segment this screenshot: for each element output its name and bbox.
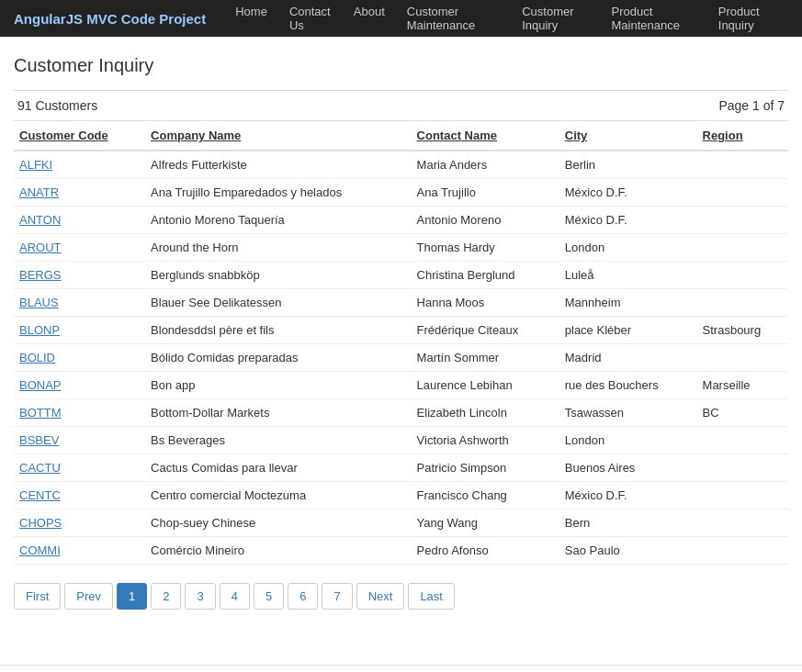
customer-code-link[interactable]: BSBEV	[19, 433, 59, 447]
pagination-prev[interactable]: Prev	[64, 583, 113, 610]
nav-link-about[interactable]: About	[343, 0, 396, 28]
customer-code-link[interactable]: CENTC	[19, 488, 61, 502]
customer-code-cell: ANATR	[14, 179, 145, 207]
pagination-next[interactable]: Next	[356, 583, 405, 610]
company-name-cell: Bs Beverages	[145, 427, 412, 454]
pagination: FirstPrev1234567NextLast	[14, 583, 788, 610]
col-header-company-name[interactable]: Company Name	[145, 121, 412, 151]
table-row: AROUTAround the HornThomas HardyLondon	[14, 234, 788, 262]
company-name-cell: Ana Trujillo Emparedados y helados	[145, 179, 412, 207]
customer-code-link[interactable]: CHOPS	[19, 516, 62, 530]
col-sort-contact-name[interactable]: Contact Name	[417, 129, 497, 142]
table-row: BLONPBlondesddsl père et filsFrédérique …	[14, 317, 788, 344]
brand-link[interactable]: AngularJS MVC Code Project	[14, 11, 206, 27]
col-header-city[interactable]: City	[559, 121, 697, 151]
customer-code-cell: ALFKI	[14, 151, 145, 179]
region-cell	[697, 289, 788, 317]
customer-code-cell: CHOPS	[14, 510, 145, 537]
pagination-page-4[interactable]: 4	[220, 583, 250, 610]
company-name-cell: Blondesddsl père et fils	[145, 317, 412, 344]
customer-code-cell: BONAP	[14, 372, 145, 399]
col-sort-city[interactable]: City	[565, 129, 588, 142]
contact-name-cell: Maria Anders	[412, 151, 559, 179]
city-cell: Tsawassen	[559, 399, 697, 427]
contact-name-cell: Martín Sommer	[412, 344, 559, 372]
nav-link-contact-us[interactable]: Contact Us	[278, 0, 343, 41]
pagination-first[interactable]: First	[14, 583, 61, 610]
city-cell: México D.F.	[559, 207, 697, 234]
city-cell: Berlin	[559, 151, 697, 179]
pagination-page-7[interactable]: 7	[322, 583, 352, 610]
company-name-cell: Bólido Comidas preparadas	[145, 344, 412, 372]
nav-link-customer-inquiry[interactable]: Customer Inquiry	[511, 0, 600, 41]
company-name-cell: Bon app	[145, 372, 412, 399]
col-header-region[interactable]: Region	[697, 121, 788, 151]
nav-link-product-inquiry[interactable]: Product Inquiry	[707, 0, 788, 41]
customer-code-link[interactable]: BONAP	[19, 378, 62, 392]
company-name-cell: Cactus Comidas para llevar	[145, 454, 412, 482]
customer-code-link[interactable]: BOTTM	[19, 406, 62, 420]
customer-code-cell: ANTON	[14, 207, 145, 234]
col-header-customer-code[interactable]: Customer Code	[14, 121, 145, 151]
col-header-contact-name[interactable]: Contact Name	[412, 121, 559, 151]
pagination-page-6[interactable]: 6	[288, 583, 318, 610]
table-row: BERGSBerglunds snabbköpChristina Berglun…	[14, 262, 788, 289]
col-sort-region[interactable]: Region	[703, 129, 743, 142]
page-info: Page 1 of 7	[718, 98, 785, 113]
customer-code-cell: COMMI	[14, 537, 145, 565]
region-cell	[697, 151, 788, 179]
nav-link-home[interactable]: Home	[224, 0, 278, 28]
city-cell: London	[559, 234, 697, 262]
col-sort-customer-code[interactable]: Customer Code	[19, 129, 108, 142]
customer-code-link[interactable]: AROUT	[19, 241, 62, 254]
customer-code-link[interactable]: ANATR	[19, 185, 59, 199]
region-cell	[697, 234, 788, 262]
region-cell	[697, 179, 788, 207]
company-name-cell: Chop-suey Chinese	[145, 510, 412, 537]
region-cell: BC	[697, 399, 788, 427]
pagination-page-5[interactable]: 5	[254, 583, 284, 610]
table-row: ANATRAna Trujillo Emparedados y heladosA…	[14, 179, 788, 207]
customer-code-cell: BERGS	[14, 262, 145, 289]
pagination-page-2[interactable]: 2	[151, 583, 181, 610]
pagination-page-3[interactable]: 3	[185, 583, 215, 610]
nav-link-customer-maintenance[interactable]: Customer Maintenance	[396, 0, 511, 41]
pagination-page-1[interactable]: 1	[117, 583, 147, 610]
customer-code-link[interactable]: BLAUS	[19, 296, 59, 309]
region-cell	[697, 344, 788, 372]
customer-code-link[interactable]: CACTU	[19, 461, 61, 475]
customer-code-cell: BLAUS	[14, 289, 145, 317]
contact-name-cell: Pedro Afonso	[412, 537, 559, 565]
city-cell: place Kléber	[559, 317, 697, 344]
col-sort-company-name[interactable]: Company Name	[151, 129, 241, 142]
footer: © 2015 - AngularJS MVC 2015.9.26.405	[0, 665, 802, 672]
nav-link-product-maintenance[interactable]: Product Maintenance	[601, 0, 707, 41]
table-row: BOTTMBottom-Dollar MarketsElizabeth Linc…	[14, 399, 788, 427]
customer-code-link[interactable]: BOLID	[19, 351, 55, 364]
city-cell: México D.F.	[559, 179, 697, 207]
region-cell: Strasbourg	[697, 317, 788, 344]
customer-code-link[interactable]: COMMI	[19, 543, 61, 557]
table-row: BLAUSBlauer See DelikatessenHanna MoosMa…	[14, 289, 788, 317]
summary-bar: 91 Customers Page 1 of 7	[14, 90, 788, 121]
contact-name-cell: Ana Trujillo	[412, 179, 559, 207]
contact-name-cell: Frédérique Citeaux	[412, 317, 559, 344]
total-customers: 91 Customers	[17, 98, 97, 113]
city-cell: Luleå	[559, 262, 697, 289]
table-row: COMMIComércio MineiroPedro AfonsoSao Pau…	[14, 537, 788, 565]
region-cell	[697, 207, 788, 234]
customer-code-link[interactable]: BLONP	[19, 323, 60, 337]
contact-name-cell: Laurence Lebihan	[412, 372, 559, 399]
city-cell: London	[559, 427, 697, 454]
pagination-last[interactable]: Last	[408, 583, 455, 610]
city-cell: Buenos Aires	[559, 454, 697, 482]
customer-code-cell: BSBEV	[14, 427, 145, 454]
customer-code-link[interactable]: ANTON	[19, 213, 61, 227]
customer-code-link[interactable]: BERGS	[19, 268, 62, 282]
table-row: CHOPSChop-suey ChineseYang WangBern	[14, 510, 788, 537]
customer-code-link[interactable]: ALFKI	[19, 158, 52, 172]
page-title: Customer Inquiry	[14, 55, 788, 76]
contact-name-cell: Victoria Ashworth	[412, 427, 559, 454]
city-cell: Bern	[559, 510, 697, 537]
contact-name-cell: Hanna Moos	[412, 289, 559, 317]
